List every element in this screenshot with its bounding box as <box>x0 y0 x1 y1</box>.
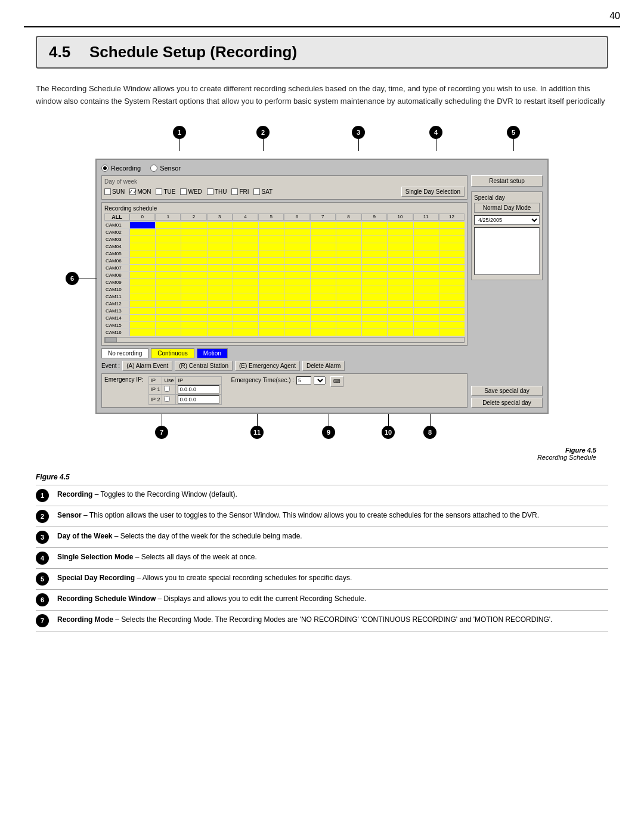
grid-cell[interactable] <box>439 329 465 336</box>
normal-day-btn[interactable]: Normal Day Mode <box>474 203 540 213</box>
grid-cell[interactable] <box>129 222 155 228</box>
grid-cell[interactable] <box>129 329 155 336</box>
grid-cell[interactable] <box>387 279 413 286</box>
grid-cell[interactable] <box>233 329 258 336</box>
grid-cell[interactable] <box>233 279 258 286</box>
grid-cell[interactable] <box>129 286 155 293</box>
grid-cell[interactable] <box>310 250 336 257</box>
mode-continuous[interactable]: Continuous <box>151 348 194 358</box>
grid-cell[interactable] <box>387 265 413 271</box>
grid-cell[interactable] <box>258 229 284 236</box>
grid-cell[interactable] <box>181 229 206 236</box>
grid-cell[interactable] <box>207 272 233 278</box>
grid-cell[interactable] <box>155 265 181 271</box>
table-row[interactable]: CAM16 <box>104 329 465 336</box>
table-row[interactable]: CAM06 <box>104 257 465 264</box>
grid-cell[interactable] <box>336 272 361 278</box>
grid-cell[interactable] <box>413 329 439 336</box>
grid-cell[interactable] <box>258 272 284 278</box>
grid-cell[interactable] <box>233 229 258 236</box>
grid-cell[interactable] <box>284 322 309 329</box>
grid-cell[interactable] <box>284 301 309 307</box>
grid-cell[interactable] <box>155 301 181 307</box>
grid-cell[interactable] <box>181 258 206 264</box>
grid-cell[interactable] <box>439 279 465 286</box>
grid-cell[interactable] <box>129 308 155 314</box>
grid-cell[interactable] <box>310 258 336 264</box>
grid-cell[interactable] <box>310 301 336 307</box>
grid-cell[interactable] <box>155 329 181 336</box>
grid-cell[interactable] <box>233 301 258 307</box>
grid-cell[interactable] <box>361 293 387 300</box>
grid-cell[interactable] <box>284 308 309 314</box>
grid-cell[interactable] <box>181 250 206 257</box>
grid-cell[interactable] <box>207 279 233 286</box>
grid-cell[interactable] <box>336 301 361 307</box>
grid-cell[interactable] <box>284 272 309 278</box>
grid-cell[interactable] <box>207 293 233 300</box>
grid-cell[interactable] <box>233 308 258 314</box>
grid-cell[interactable] <box>413 272 439 278</box>
grid-cell[interactable] <box>155 286 181 293</box>
grid-cell[interactable] <box>361 265 387 271</box>
grid-cell[interactable] <box>361 229 387 236</box>
grid-cell[interactable] <box>207 286 233 293</box>
grid-cell[interactable] <box>413 236 439 243</box>
grid-cell[interactable] <box>129 236 155 243</box>
radio-recording[interactable]: Recording <box>101 165 141 172</box>
grid-cell[interactable] <box>155 222 181 228</box>
table-row[interactable]: CAM09 <box>104 278 465 286</box>
grid-cell[interactable] <box>181 301 206 307</box>
grid-cell[interactable] <box>439 258 465 264</box>
grid-cell[interactable] <box>129 315 155 321</box>
grid-cell[interactable] <box>207 222 233 228</box>
grid-cell[interactable] <box>336 308 361 314</box>
grid-cell[interactable] <box>207 243 233 250</box>
grid-cell[interactable] <box>361 250 387 257</box>
grid-cell[interactable] <box>129 322 155 329</box>
grid-cell[interactable] <box>361 272 387 278</box>
grid-cell[interactable] <box>155 258 181 264</box>
grid-cell[interactable] <box>413 315 439 321</box>
grid-cell[interactable] <box>155 279 181 286</box>
grid-cell[interactable] <box>258 265 284 271</box>
grid-cell[interactable] <box>361 258 387 264</box>
grid-cell[interactable] <box>207 265 233 271</box>
grid-cell[interactable] <box>155 322 181 329</box>
grid-cell[interactable] <box>181 286 206 293</box>
grid-cell[interactable] <box>258 222 284 228</box>
grid-cell[interactable] <box>387 272 413 278</box>
keyboard-icon[interactable]: ⌨ <box>330 376 343 387</box>
grid-cell[interactable] <box>207 301 233 307</box>
grid-cell[interactable] <box>310 236 336 243</box>
grid-cell[interactable] <box>387 243 413 250</box>
grid-cell[interactable] <box>155 315 181 321</box>
grid-cell[interactable] <box>207 258 233 264</box>
single-day-btn[interactable]: Single Day Selection <box>401 187 465 197</box>
grid-cell[interactable] <box>181 308 206 314</box>
grid-cell[interactable] <box>233 236 258 243</box>
grid-cell[interactable] <box>387 315 413 321</box>
grid-cell[interactable] <box>310 322 336 329</box>
grid-cell[interactable] <box>310 222 336 228</box>
grid-cell[interactable] <box>413 243 439 250</box>
delete-alarm-btn[interactable]: Delete Alarm <box>302 361 345 371</box>
grid-cell[interactable] <box>233 315 258 321</box>
grid-cell[interactable] <box>258 329 284 336</box>
grid-cell[interactable] <box>439 315 465 321</box>
grid-cell[interactable] <box>387 258 413 264</box>
grid-cell[interactable] <box>387 293 413 300</box>
grid-cell[interactable] <box>336 250 361 257</box>
grid-cell[interactable] <box>413 293 439 300</box>
save-special-day-btn[interactable]: Save special day <box>471 386 543 396</box>
radio-sensor[interactable]: Sensor <box>150 165 181 172</box>
grid-cell[interactable] <box>155 250 181 257</box>
table-row[interactable]: CAM14 <box>104 314 465 321</box>
grid-cell[interactable] <box>284 265 309 271</box>
table-row[interactable]: CAM08 <box>104 271 465 278</box>
day-sun[interactable]: SUN <box>104 188 125 195</box>
table-row[interactable]: CAM01 <box>104 221 465 228</box>
grid-cell[interactable] <box>439 272 465 278</box>
restart-setup-btn[interactable]: Restart setup <box>471 175 543 187</box>
grid-cell[interactable] <box>336 258 361 264</box>
